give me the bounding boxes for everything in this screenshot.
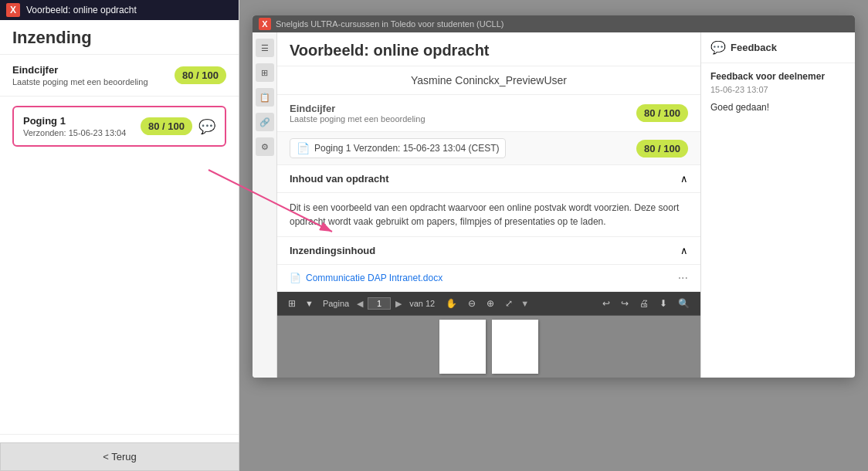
pdf-download-icon[interactable]: ⬇ <box>656 296 670 310</box>
inzending-chevron-icon: ∧ <box>680 245 688 256</box>
file-row: 📄 Communicatie DAP Intranet.docx ··· <box>277 265 700 292</box>
pdf-page-thumb-1 <box>439 320 486 374</box>
left-top-bar: X Voorbeeld: online opdracht <box>0 0 239 20</box>
modal-breadcrumb: Snelgids ULTRA-cursussen in Toledo voor … <box>276 19 504 29</box>
inzending-section-header[interactable]: Inzendingsinhoud ∧ <box>277 237 700 265</box>
modal-overlay: X Snelgids ULTRA-cursussen in Toledo voo… <box>239 0 868 471</box>
sidebar-icon-4[interactable]: 🔗 <box>256 113 274 131</box>
sidebar-icon-5[interactable]: ⚙ <box>256 137 274 156</box>
modal-center: Voorbeeld: online opdracht Yasmine Conin… <box>277 32 700 378</box>
modal: X Snelgids ULTRA-cursussen in Toledo voo… <box>253 15 855 378</box>
feedback-title: Feedback <box>731 42 777 53</box>
poging-title: Poging 1 <box>23 115 126 127</box>
modal-header: Voorbeeld: online opdracht <box>277 32 700 66</box>
sidebar-icon-3[interactable]: 📋 <box>256 88 274 107</box>
eindcijfer-score-badge: 80 / 100 <box>175 66 226 84</box>
chat-icon[interactable]: 💬 <box>198 118 215 135</box>
file-menu-button[interactable]: ··· <box>678 271 688 285</box>
file-name-text: Communicatie DAP Intranet.docx <box>306 273 442 283</box>
pdf-page-thumb-2 <box>492 320 538 374</box>
modal-eindcijfer-sub: Laatste poging met een beoordeling <box>290 114 426 124</box>
inhoud-section-title: Inhoud van opdracht <box>290 173 389 185</box>
pdf-redo-icon[interactable]: ↪ <box>618 296 632 310</box>
file-icon: 📄 <box>290 273 301 283</box>
eindcijfer-section: Eindcijfer Laatste poging met een beoord… <box>0 55 239 97</box>
pdf-undo-icon[interactable]: ↩ <box>599 296 613 310</box>
pdf-preview <box>277 316 700 378</box>
pdf-fit-icon[interactable]: ⤢ <box>502 296 516 310</box>
modal-eindcijfer-label: Eindcijfer <box>290 103 426 114</box>
pdf-page-input[interactable] <box>368 297 391 310</box>
pdf-print-icon[interactable]: 🖨 <box>636 296 652 310</box>
modal-user: Yasmine Coninckx_PreviewUser <box>277 66 700 95</box>
inhoud-section-header[interactable]: Inhoud van opdracht ∧ <box>277 165 700 193</box>
feedback-for-label: Feedback voor deelnemer <box>701 63 855 85</box>
modal-topbar: X Snelgids ULTRA-cursussen in Toledo voo… <box>253 15 855 32</box>
eindcijfer-sub: Laatste poging met een beoordeling <box>12 77 148 86</box>
pdf-page-label: Pagina <box>320 297 352 310</box>
pdf-zoom-in-icon[interactable]: ⊕ <box>483 296 497 310</box>
modal-content: ☰ ⊞ 📋 🔗 ⚙ Voorbeeld: online opdracht Yas… <box>253 32 855 378</box>
modal-poging-score: 80 / 100 <box>636 140 688 158</box>
pdf-toolbar: ⊞ ▼ Pagina ◀ ▶ van 12 ✋ ⊖ ⊕ ⤢ ▼ ↩ ↪ 🖨 <box>277 292 700 316</box>
feedback-panel: 💬 Feedback Feedback voor deelnemer 15-06… <box>700 32 855 378</box>
inzending-label: Inzendingsinhoud <box>290 245 375 256</box>
feedback-date: 15-06-23 13:07 <box>701 85 855 99</box>
left-panel: X Voorbeeld: online opdracht Inzending E… <box>0 0 239 471</box>
sidebar-icon-2[interactable]: ⊞ <box>256 63 274 82</box>
pdf-total-pages: van 12 <box>406 297 438 310</box>
modal-poging-tag: 📄 Poging 1 Verzonden: 15-06-23 13:04 (CE… <box>290 138 506 158</box>
eindcijfer-label: Eindcijfer <box>12 64 148 76</box>
sidebar-icon-1[interactable]: ☰ <box>256 39 274 57</box>
modal-eindcijfer-row: Eindcijfer Laatste poging met een beoord… <box>277 95 700 132</box>
left-panel-title: Inzending <box>0 20 239 55</box>
inhoud-section-content: Dit is een voorbeeld van een opdracht wa… <box>277 193 700 237</box>
poging-date: Verzonden: 15-06-23 13:04 <box>23 128 126 137</box>
feedback-icon: 💬 <box>710 40 726 55</box>
left-breadcrumb: Voorbeeld: online opdracht <box>26 5 137 15</box>
modal-sidebar: ☰ ⊞ 📋 🔗 ⚙ <box>253 32 277 378</box>
poging-card[interactable]: Poging 1 Verzonden: 15-06-23 13:04 80 / … <box>12 106 226 147</box>
poging-score-badge: 80 / 100 <box>141 117 192 135</box>
pdf-search-icon[interactable]: 🔍 <box>675 296 693 310</box>
modal-title: Voorbeeld: online opdracht <box>290 42 688 59</box>
file-name[interactable]: 📄 Communicatie DAP Intranet.docx <box>290 273 442 283</box>
modal-close-button[interactable]: X <box>259 18 271 30</box>
inhoud-chevron-icon: ∧ <box>680 173 688 185</box>
back-button[interactable]: < Terug <box>0 442 239 471</box>
modal-poging-label: Poging 1 Verzonden: 15-06-23 13:04 (CEST… <box>314 143 499 154</box>
poging-icon: 📄 <box>297 142 310 154</box>
modal-poging-row[interactable]: 📄 Poging 1 Verzonden: 15-06-23 13:04 (CE… <box>277 132 700 165</box>
feedback-text: Goed gedaan! <box>701 99 855 116</box>
pdf-hand-icon[interactable]: ✋ <box>442 296 460 310</box>
feedback-header: 💬 Feedback <box>701 32 855 63</box>
modal-eindcijfer-score: 80 / 100 <box>636 104 688 122</box>
pdf-zoom-out-icon[interactable]: ⊖ <box>465 296 479 310</box>
pdf-view-icon[interactable]: ⊞ <box>285 296 299 310</box>
close-left-panel-button[interactable]: X <box>6 3 20 17</box>
